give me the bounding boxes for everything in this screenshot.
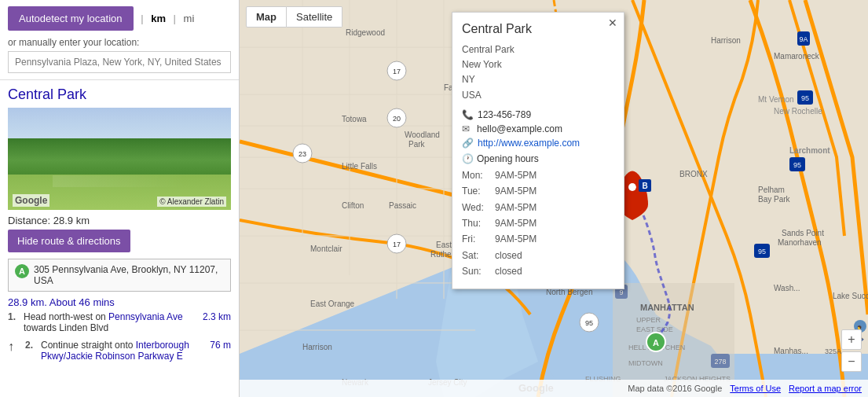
direction-distance: 76 m — [210, 340, 231, 351]
direction-distance: 2.3 km — [203, 311, 231, 322]
svg-text:Totowa: Totowa — [342, 115, 367, 123]
svg-text:95: 95 — [585, 319, 593, 327]
svg-text:UPPER: UPPER — [636, 316, 661, 324]
satellite-button[interactable]: Satellite — [287, 6, 342, 28]
hours-time-thu: 9AM-5PM — [495, 215, 537, 231]
address-line-4: USA — [462, 88, 614, 103]
place-title: Central Park — [8, 86, 231, 103]
hours-row-mon: Mon: 9AM-5PM — [462, 167, 614, 183]
svg-text:Park: Park — [408, 140, 426, 149]
svg-text:Harrison: Harrison — [302, 343, 332, 351]
place-image: Google © Alexander Zlatin — [8, 108, 231, 210]
direction-link[interactable]: Pennsylvania Ave — [108, 311, 183, 322]
svg-text:9A: 9A — [799, 35, 808, 43]
hours-time-sun: closed — [495, 263, 522, 279]
svg-text:Ridgewood: Ridgewood — [346, 28, 385, 37]
website-detail: 🔗 http://www.example.com — [462, 138, 614, 149]
unit-mi[interactable]: mi — [184, 13, 195, 24]
svg-text:A: A — [653, 338, 659, 347]
svg-text:Mt Vernon: Mt Vernon — [758, 95, 794, 104]
svg-text:325A: 325A — [825, 347, 841, 355]
svg-text:20: 20 — [393, 115, 401, 123]
svg-text:Little Falls: Little Falls — [342, 162, 377, 171]
unit-km[interactable]: km — [151, 13, 166, 24]
svg-text:MIDTOWN: MIDTOWN — [628, 359, 663, 367]
email-address: hello@example.com — [477, 123, 562, 134]
direction-text: Head north-west on Pennsylvania Ave towa… — [24, 311, 198, 333]
svg-text:Pelham: Pelham — [758, 186, 785, 194]
unit-separator: | — [141, 13, 143, 24]
direction-number: 1. — [8, 311, 19, 322]
manual-entry-label: or manually enter your location: — [8, 37, 231, 48]
route-box: A 305 Pennsylvania Ave, Brooklyn, NY 112… — [8, 259, 231, 292]
svg-text:17: 17 — [393, 68, 401, 75]
hours-day-fri: Fri: — [462, 231, 492, 247]
info-popup-title: Central Park — [462, 22, 614, 36]
info-popup-close-button[interactable]: ✕ — [608, 17, 617, 28]
phone-detail: 📞 123-456-789 — [462, 109, 614, 120]
svg-text:Sands Point: Sands Point — [782, 229, 824, 237]
hours-time-fri: 9AM-5PM — [495, 231, 537, 247]
location-input[interactable] — [8, 51, 231, 73]
top-controls: Autodetect my location | km | mi or manu… — [0, 0, 239, 80]
hours-time-mon: 9AM-5PM — [495, 167, 537, 183]
direction-arrow: ↑ — [8, 340, 20, 354]
distance-text: Distance: 28.9 km — [8, 215, 231, 226]
phone-number: 123-456-789 — [478, 109, 531, 120]
hours-day-wed: Wed: — [462, 200, 492, 215]
svg-text:Manorhaven: Manorhaven — [778, 238, 822, 247]
terms-of-use-link[interactable]: Terms of Use — [730, 384, 781, 393]
svg-text:Larchmont: Larchmont — [789, 146, 830, 155]
place-section: Central Park Google © Alexander Zlatin D… — [0, 80, 239, 259]
map-footer: Map data ©2016 Google Terms of Use Repor… — [240, 380, 868, 397]
svg-text:Montclair: Montclair — [310, 244, 342, 253]
hours-day-thu: Thu: — [462, 215, 492, 231]
direction-item: 1. Head north-west on Pennsylvania Ave t… — [8, 311, 231, 333]
hide-route-button[interactable]: Hide route & directions — [8, 230, 130, 252]
photo-credit: © Alexander Zlatin — [157, 197, 226, 207]
map-button[interactable]: Map — [246, 6, 287, 28]
svg-text:Woodland: Woodland — [405, 130, 440, 139]
svg-text:Clifton: Clifton — [342, 201, 364, 210]
svg-text:Lake Success: Lake Success — [833, 292, 868, 300]
hours-row-thu: Thu: 9AM-5PM — [462, 215, 614, 231]
website-link[interactable]: http://www.example.com — [478, 138, 580, 149]
address-line-3: NY — [462, 72, 614, 87]
svg-text:95: 95 — [758, 248, 766, 255]
svg-text:95: 95 — [801, 94, 809, 102]
svg-text:Wash...: Wash... — [774, 284, 800, 292]
hours-row-tue: Tue: 9AM-5PM — [462, 183, 614, 199]
clock-icon: 🕐 — [462, 153, 474, 164]
zoom-in-button[interactable]: + — [841, 329, 862, 350]
hours-day-sat: Sat: — [462, 248, 492, 263]
svg-text:Harrison: Harrison — [711, 36, 741, 45]
email-icon: ✉ — [462, 123, 473, 134]
hours-row-sat: Sat: closed — [462, 248, 614, 263]
globe-icon: 🔗 — [462, 138, 474, 149]
report-error-link[interactable]: Report a map error — [789, 384, 862, 393]
hours-title: 🕐 Opening hours — [462, 153, 614, 164]
autodetect-button[interactable]: Autodetect my location — [8, 6, 134, 31]
info-popup: Central Park ✕ Central Park New York NY … — [452, 12, 624, 289]
address-line-2: New York — [462, 57, 614, 72]
direction-number: 2. — [25, 340, 36, 351]
svg-text:B: B — [642, 182, 647, 190]
route-address: 305 Pennsylvania Ave, Brooklyn, NY 11207… — [34, 264, 224, 286]
hours-day-mon: Mon: — [462, 167, 492, 183]
svg-text:East Orange: East Orange — [310, 300, 355, 308]
direction-item: ↑ 2. Continue straight onto Interborough… — [8, 340, 231, 362]
hours-time-sat: closed — [495, 248, 522, 263]
hours-row-wed: Wed: 9AM-5PM — [462, 200, 614, 215]
direction-link[interactable]: Interborough Pkwy/Jackie Robinson Parkwa… — [41, 340, 189, 362]
map-controls: Map Satellite — [246, 6, 342, 28]
map-area: 17 20 80 17 23 17 95 95 95 95 95 278 9 9… — [240, 0, 868, 397]
svg-text:Passaic: Passaic — [389, 201, 416, 210]
svg-text:East: East — [436, 241, 452, 249]
direction-text: Continue straight onto Interborough Pkwy… — [41, 340, 205, 362]
zoom-out-button[interactable]: − — [841, 351, 862, 372]
hours-time-tue: 9AM-5PM — [495, 183, 537, 199]
svg-text:95: 95 — [793, 161, 801, 169]
directions-list: 1. Head north-west on Pennsylvania Ave t… — [8, 311, 231, 368]
svg-text:Bay Park: Bay Park — [758, 195, 791, 204]
phone-icon: 📞 — [462, 109, 474, 120]
